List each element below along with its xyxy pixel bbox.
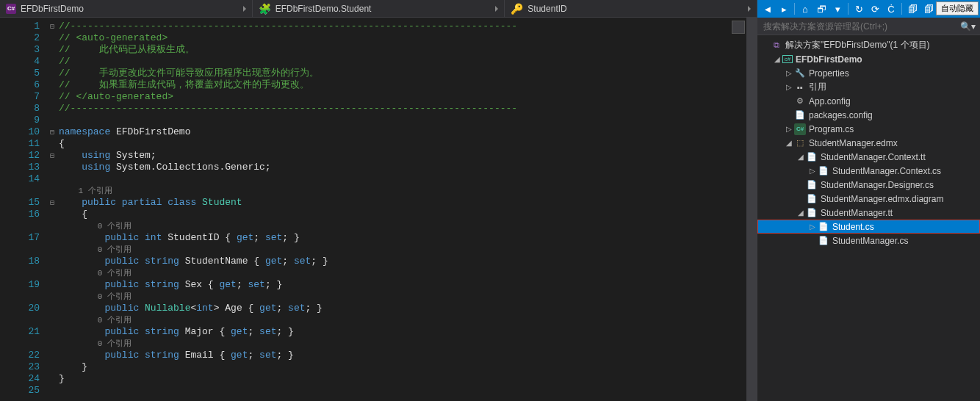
tree-label: StudentManager.Designer.cs [821, 180, 977, 190]
proj-icon: c# [782, 55, 793, 63]
tt-icon: 📄 [806, 151, 818, 163]
line-number: 5 [0, 68, 40, 79]
auto-hide-button[interactable]: 自动隐藏 [936, 1, 979, 15]
tree-label: 引用 [809, 81, 977, 93]
code-line: // 手动更改此文件可能导致应用程序出现意外的行为。 [59, 68, 746, 79]
fold-toggle [46, 91, 59, 103]
expand-arrow-icon[interactable]: ◢ [784, 139, 794, 147]
expand-arrow-icon[interactable]: ▷ [784, 69, 794, 77]
tree-item[interactable]: ⧉解决方案"EFDbFirstDemo"(1 个项目) [757, 38, 980, 52]
breadcrumb-class[interactable]: 🧩 EFDbFirstDemo.Student [252, 0, 505, 17]
cs-icon: C# [794, 123, 806, 135]
ref-icon: ▪▪ [794, 82, 806, 93]
codelens-line[interactable]: 0 个引用 [59, 291, 746, 303]
line-number [0, 244, 40, 256]
codelens-line[interactable]: 0 个引用 [59, 244, 746, 256]
solution-search: 🔍▾ [757, 18, 980, 35]
tree-label: StudentManager.edmx.diagram [821, 194, 977, 204]
expand-arrow-icon[interactable]: ◢ [796, 153, 806, 161]
fold-toggle [46, 350, 59, 361]
codelens-line[interactable]: 0 个引用 [59, 220, 746, 232]
search-icon[interactable]: 🔍▾ [956, 21, 980, 32]
code-line: { [59, 209, 746, 220]
line-number: 20 [0, 303, 40, 314]
vertical-scrollbar[interactable] [746, 18, 757, 401]
fold-toggle [46, 32, 59, 44]
fold-toggle [46, 338, 59, 350]
line-number [0, 314, 40, 326]
line-number: 21 [0, 326, 40, 338]
expand-arrow-icon[interactable]: ▷ [807, 223, 818, 231]
back-icon[interactable]: ◄ [760, 1, 775, 16]
tree-item[interactable]: ▷C#Program.cs [757, 122, 980, 136]
properties-icon[interactable]: 🗐 [905, 1, 920, 16]
fold-toggle [46, 79, 59, 91]
line-number: 6 [0, 79, 40, 91]
tree-item[interactable]: ▷🔧Properties [757, 66, 980, 80]
code-content[interactable]: //--------------------------------------… [59, 18, 746, 401]
tree-item[interactable]: ▷▪▪引用 [757, 80, 980, 94]
expand-arrow-icon[interactable]: ◢ [796, 209, 806, 217]
tree-item[interactable]: 📄StudentManager.cs [757, 234, 980, 248]
tree-item[interactable]: 📄StudentManager.edmx.diagram [757, 192, 980, 206]
folder-icon: 🔧 [794, 68, 806, 79]
fold-toggle[interactable]: ⊟ [46, 21, 59, 32]
sync-icon[interactable]: 🗗 [814, 1, 829, 16]
tree-item[interactable]: ◢📄StudentManager.tt [757, 206, 980, 220]
line-number: 15 [0, 197, 40, 209]
fold-toggle [46, 385, 59, 397]
tree-item[interactable]: ⚙App.config [757, 94, 980, 108]
line-number: 22 [0, 350, 40, 361]
fold-toggle[interactable]: ⊟ [46, 126, 59, 138]
config-icon: ⚙ [794, 95, 806, 107]
csharp-icon: C# [6, 4, 16, 14]
fold-toggle [46, 115, 59, 126]
code-line: //--------------------------------------… [59, 21, 746, 32]
line-number: 3 [0, 44, 40, 56]
tree-item[interactable]: 📄packages.config [757, 108, 980, 122]
codelens-line[interactable]: 0 个引用 [59, 338, 746, 350]
collapse-icon[interactable]: ↻ [851, 1, 866, 16]
fold-toggle [46, 220, 59, 232]
codelens-line[interactable]: 0 个引用 [59, 267, 746, 279]
breadcrumb-member[interactable]: 🔑 StudentID [504, 0, 757, 17]
code-line [59, 115, 746, 126]
tree-item[interactable]: ◢c#EFDbFirstDemo [757, 52, 980, 66]
preview-icon[interactable]: 🗐 [921, 1, 936, 16]
codelens-line[interactable]: 0 个引用 [59, 314, 746, 326]
home-icon[interactable]: ⌂ [798, 1, 813, 16]
split-view-button[interactable] [732, 21, 745, 34]
refresh-icon[interactable]: Ċ [884, 1, 898, 16]
search-input[interactable] [757, 21, 956, 32]
tree-item[interactable]: ▷📄StudentManager.Context.cs [757, 164, 980, 178]
fold-toggle[interactable]: ⊟ [46, 197, 59, 209]
line-number: 1 [0, 21, 40, 32]
forward-icon[interactable]: ▸ [777, 1, 791, 16]
tree-item[interactable]: ◢⬚StudentManager.edmx [757, 136, 980, 150]
expand-arrow-icon[interactable]: ▷ [784, 83, 794, 91]
chevron-down-icon [243, 6, 246, 12]
expand-arrow-icon[interactable]: ◢ [772, 55, 782, 63]
show-all-icon[interactable]: ⟳ [868, 1, 882, 16]
fold-column: ⊟⊟⊟⊟ [46, 18, 59, 401]
fold-toggle [46, 291, 59, 303]
code-line: public string Sex { get; set; } [59, 279, 746, 291]
breadcrumb-project[interactable]: C# EFDbFirstDemo [0, 0, 252, 17]
tree-item[interactable]: 📄StudentManager.Designer.cs [757, 178, 980, 192]
line-number: 9 [0, 115, 40, 126]
chevron-down-icon[interactable]: ▾ [830, 1, 845, 16]
code-line: public string Major { get; set; } [59, 326, 746, 338]
codelens-line[interactable]: 1 个引用 [59, 185, 746, 197]
code-line: public string StudentName { get; set; } [59, 256, 746, 267]
file-icon: 📄 [806, 193, 818, 205]
fold-toggle[interactable]: ⊟ [46, 150, 59, 162]
line-number: 12 [0, 150, 40, 162]
editor-body[interactable]: 1234567891011121314151617181920212223242… [0, 18, 757, 401]
expand-arrow-icon[interactable]: ▷ [784, 125, 794, 133]
tree-item[interactable]: ▷📄Student.cs [757, 220, 980, 234]
sol-icon: ⧉ [771, 40, 782, 51]
line-number: 19 [0, 279, 40, 291]
line-number: 10 [0, 126, 40, 138]
expand-arrow-icon[interactable]: ▷ [807, 167, 818, 175]
tree-item[interactable]: ◢📄StudentManager.Context.tt [757, 150, 980, 164]
